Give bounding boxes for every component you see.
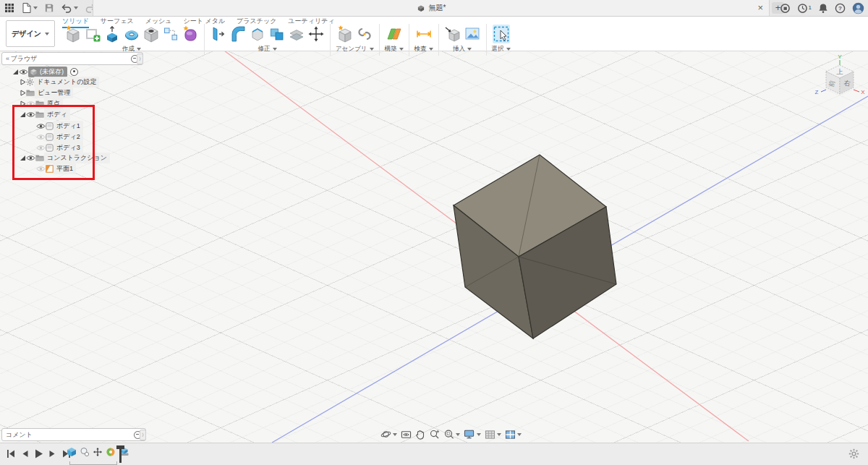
job-status-clock-icon <box>797 3 808 14</box>
activate-component-radio[interactable] <box>70 68 78 76</box>
comments-panel-header[interactable]: コメント <box>1 428 146 441</box>
tree-row-bodies-folder[interactable]: ボディ <box>20 109 70 119</box>
tab-close-button[interactable]: × <box>757 1 763 14</box>
extrude-button[interactable] <box>103 25 121 43</box>
eye-hidden-icon[interactable] <box>36 134 46 140</box>
collapse-panel-icon[interactable]: « <box>6 55 9 62</box>
grid-snap-button[interactable] <box>485 430 501 440</box>
axis-label-y: Y <box>838 54 842 60</box>
group-insert-menu[interactable]: 挿入 <box>453 45 472 54</box>
expanded-triangle-icon[interactable] <box>12 69 19 75</box>
profile-button[interactable] <box>852 2 864 14</box>
expanded-triangle-icon[interactable] <box>20 111 26 118</box>
step-back-button[interactable] <box>21 449 29 458</box>
timeline-sketch-feature[interactable] <box>80 447 90 457</box>
tree-row-document-settings[interactable]: ドキュメントの設定 <box>20 77 99 87</box>
timeline-move-feature[interactable] <box>93 447 103 457</box>
construction-plane-button[interactable] <box>386 25 403 43</box>
notifications-button[interactable] <box>818 3 828 14</box>
canvas-button[interactable] <box>464 25 481 43</box>
dropdown-caret-icon <box>45 33 49 35</box>
tree-row-origin[interactable]: 原点 <box>20 98 63 108</box>
look-at-button[interactable] <box>401 430 412 440</box>
orbit-button[interactable] <box>380 429 397 440</box>
save-button[interactable] <box>44 3 54 13</box>
new-component-button[interactable] <box>336 25 354 43</box>
eye-hidden-icon[interactable] <box>26 101 35 107</box>
create-form-button[interactable] <box>182 25 199 43</box>
tree-row-body3[interactable]: ボディ3 <box>36 142 83 153</box>
eye-visible-icon[interactable] <box>19 69 28 75</box>
component-cube-icon <box>30 68 38 76</box>
group-select-menu[interactable]: 選択 <box>492 45 511 54</box>
file-menu-button[interactable] <box>21 2 38 14</box>
undo-button[interactable] <box>61 3 78 13</box>
eye-visible-icon[interactable] <box>26 111 35 118</box>
save-icon <box>44 3 54 13</box>
group-assemble-menu[interactable]: アセンブリ <box>336 45 374 54</box>
skip-to-start-button[interactable] <box>6 448 16 459</box>
create-sketch-button[interactable] <box>84 25 101 43</box>
display-settings-button[interactable] <box>464 429 481 440</box>
move-button[interactable] <box>307 25 325 43</box>
view-cube[interactable]: Y 上 右 前 X Z <box>813 52 865 110</box>
revolve-button[interactable] <box>123 25 140 43</box>
timeline-box-feature[interactable] <box>67 447 77 457</box>
dropdown-caret-icon <box>33 7 38 9</box>
group-modify-menu[interactable]: 修正 <box>258 45 277 54</box>
collapsed-triangle-icon[interactable] <box>20 90 26 96</box>
group-modify: 修正 <box>205 24 330 54</box>
dropdown-caret-icon <box>506 48 511 51</box>
collapsed-triangle-icon[interactable] <box>20 101 26 107</box>
job-status-button[interactable]: 1 <box>797 3 812 14</box>
tree-row-plane1[interactable]: 平面1 <box>36 163 76 174</box>
eye-visible-icon[interactable] <box>26 155 35 161</box>
play-button[interactable] <box>34 448 43 459</box>
expanded-triangle-icon[interactable] <box>20 155 26 161</box>
select-button[interactable] <box>493 25 510 43</box>
split-body-button[interactable] <box>288 25 305 43</box>
body-icon <box>46 133 54 141</box>
tree-row-body2[interactable]: ボディ2 <box>36 132 83 142</box>
panel-resize-handle[interactable]: 〉 <box>140 430 146 440</box>
zoom-button[interactable] <box>429 429 440 440</box>
tree-row-construction-folder[interactable]: コンストラクション <box>20 153 110 163</box>
document-tab[interactable]: 無題* × <box>93 0 770 16</box>
timeline-playhead[interactable] <box>119 445 122 463</box>
combine-button[interactable] <box>268 25 286 43</box>
root-component-pill[interactable]: (未保存) <box>28 67 67 77</box>
fit-button[interactable] <box>443 429 460 440</box>
tree-row-body1[interactable]: ボディ1 <box>36 121 83 131</box>
viewports-button[interactable] <box>505 430 522 440</box>
pan-hand-icon <box>415 429 425 440</box>
chamfer-button[interactable] <box>249 25 266 43</box>
timeline-split-feature[interactable] <box>106 447 116 457</box>
root-component-label: (未保存) <box>40 67 64 77</box>
group-inspect-menu[interactable]: 検査 <box>414 45 433 54</box>
joint-button[interactable] <box>356 25 373 43</box>
help-button[interactable]: ? <box>835 3 846 14</box>
eye-hidden-icon[interactable] <box>36 166 46 172</box>
tree-row-view-management[interactable]: ビュー管理 <box>20 88 73 98</box>
measure-button[interactable] <box>415 25 433 43</box>
data-panel-toggle-button[interactable] <box>4 3 14 13</box>
step-forward-button[interactable] <box>48 449 56 458</box>
workspace-selector[interactable]: デザイン <box>6 20 55 47</box>
group-create-menu[interactable]: 作成 <box>122 45 141 54</box>
pattern-button[interactable] <box>162 25 179 43</box>
hole-button[interactable] <box>142 25 160 43</box>
new-body-button[interactable] <box>64 25 82 43</box>
svg-text:?: ? <box>838 5 842 12</box>
collapsed-triangle-icon[interactable] <box>20 79 26 85</box>
browser-root-row[interactable]: (未保存) <box>12 67 78 77</box>
extensions-button[interactable] <box>780 3 791 14</box>
preferences-button[interactable] <box>848 448 859 459</box>
insert-derive-button[interactable] <box>444 25 461 43</box>
fillet-button[interactable] <box>229 25 247 43</box>
eye-hidden-icon[interactable] <box>36 145 46 151</box>
group-construct-menu[interactable]: 構築 <box>385 45 404 54</box>
press-pull-button[interactable] <box>210 25 227 43</box>
pan-button[interactable] <box>415 429 425 440</box>
eye-visible-icon[interactable] <box>36 123 46 129</box>
cube-body[interactable] <box>454 155 616 338</box>
